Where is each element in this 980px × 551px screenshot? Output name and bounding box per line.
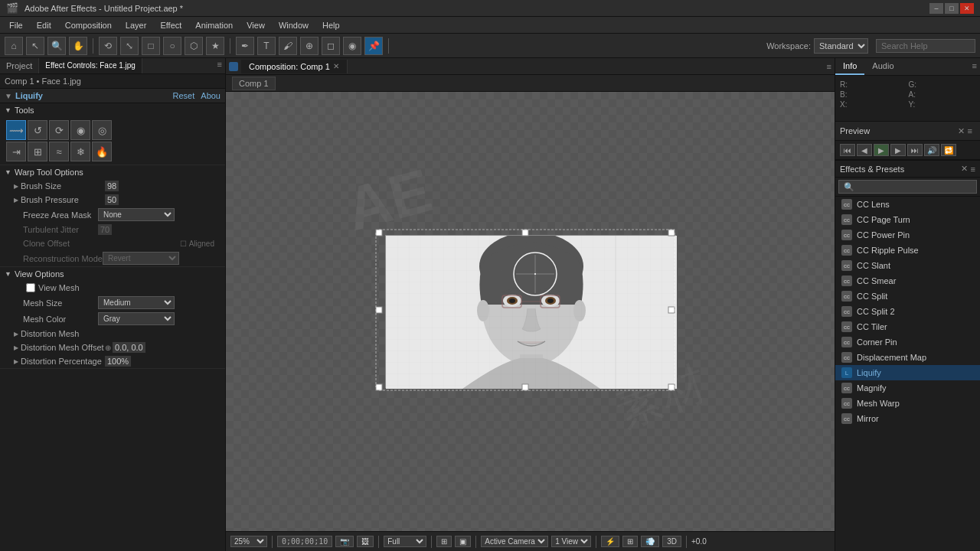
menu-effect[interactable]: Effect: [154, 19, 188, 31]
menu-composition[interactable]: Composition: [59, 19, 118, 31]
snapshot-btn[interactable]: 📷: [335, 536, 354, 547]
effects-search-input[interactable]: [838, 180, 977, 194]
preview-audio[interactable]: 🔊: [924, 144, 939, 156]
show-snapshot-btn[interactable]: 🖼: [357, 536, 374, 547]
brush-pressure-triangle[interactable]: ▶: [14, 197, 18, 204]
menu-layer[interactable]: Layer: [119, 19, 153, 31]
preview-skip-start[interactable]: ⏮: [840, 144, 855, 156]
scale-tool[interactable]: ⤡: [120, 37, 139, 55]
home-tool[interactable]: ⌂: [5, 37, 23, 55]
comp-breadcrumb-label[interactable]: Comp 1: [232, 77, 276, 90]
effect-item-cc-tiler[interactable]: ccCC Tiler: [835, 319, 980, 334]
tab-effect-controls[interactable]: Effect Controls: Face 1.jpg: [39, 58, 142, 73]
tab-project[interactable]: Project: [0, 58, 39, 73]
effect-item-cc-lens[interactable]: ccCC Lens: [835, 197, 980, 212]
puppet-tool[interactable]: 📌: [364, 37, 383, 55]
brush-tool[interactable]: 🖌: [279, 37, 297, 55]
rotate-tool[interactable]: ⟲: [99, 37, 117, 55]
twirl-tool-icon[interactable]: ⟳: [49, 120, 69, 140]
reset-button[interactable]: Reset: [173, 91, 195, 100]
warp-tool-icon[interactable]: ⟿: [6, 120, 26, 140]
preview-step-forward[interactable]: ▶: [890, 144, 906, 156]
preview-close[interactable]: ✕: [958, 126, 965, 136]
effect-item-displacement-map[interactable]: ccDisplacement Map: [835, 350, 980, 365]
bloat-tool-icon[interactable]: ◎: [92, 120, 112, 140]
clone-tool[interactable]: ⊕: [300, 37, 318, 55]
menu-help[interactable]: Help: [316, 19, 346, 31]
menu-window[interactable]: Window: [273, 19, 315, 31]
effect-item-cc-split[interactable]: ccCC Split: [835, 289, 980, 304]
about-button[interactable]: Abou: [201, 91, 220, 100]
pointer-tool[interactable]: ↖: [26, 37, 44, 55]
effect-item-cc-smear[interactable]: ccCC Smear: [835, 273, 980, 289]
eraser-tool[interactable]: ◻: [322, 37, 340, 55]
ellipse-tool[interactable]: ○: [163, 37, 181, 55]
thaw-tool-icon[interactable]: 🔥: [92, 142, 112, 161]
menu-edit[interactable]: Edit: [31, 19, 57, 31]
fast-preview-btn[interactable]: ⚡: [601, 536, 619, 547]
grid-btn[interactable]: ⊞: [622, 536, 638, 547]
comp-panel-menu[interactable]: ≡: [824, 60, 835, 73]
tab-audio[interactable]: Audio: [864, 58, 901, 75]
mesh-color-select[interactable]: GrayWhiteBlack: [98, 312, 175, 325]
distortion-offset-value[interactable]: 0.0, 0.0: [113, 342, 145, 353]
brush-size-triangle[interactable]: ▶: [14, 183, 18, 190]
star-tool[interactable]: ★: [206, 37, 224, 55]
zoom-tool[interactable]: 🔍: [47, 37, 66, 55]
preview-menu[interactable]: ≡: [965, 125, 975, 137]
comp-tab-close[interactable]: ✕: [333, 62, 339, 70]
camera-select[interactable]: Active Camera: [481, 536, 548, 547]
draft-3d-btn[interactable]: 3D: [662, 536, 681, 547]
effect-expand-triangle[interactable]: ▼: [5, 92, 12, 100]
brush-size-value[interactable]: 98: [105, 181, 119, 191]
rect-tool[interactable]: □: [142, 37, 160, 55]
view-select[interactable]: 1 View: [551, 536, 591, 547]
zoom-select[interactable]: 25%50%100%: [230, 536, 267, 547]
pucker-tool-icon[interactable]: ◉: [70, 120, 90, 140]
turbulence-tool-icon[interactable]: ≈: [49, 142, 69, 161]
effects-panel-menu[interactable]: ≡: [971, 165, 975, 174]
motion-blur-btn[interactable]: 💨: [641, 536, 659, 547]
preview-play[interactable]: ▶: [874, 144, 889, 156]
roto-tool[interactable]: ◉: [343, 37, 361, 55]
menu-view[interactable]: View: [240, 19, 271, 31]
effect-item-liquify[interactable]: LLiquify: [835, 365, 980, 380]
distortion-mesh-triangle[interactable]: ▶: [14, 331, 18, 337]
mesh-size-select[interactable]: MediumSmallLarge: [98, 296, 175, 309]
search-help-input[interactable]: [876, 39, 975, 53]
comp-tab-comp1[interactable]: Composition: Comp 1 ✕: [241, 60, 348, 73]
freeze-tool-icon[interactable]: ❄: [70, 142, 90, 161]
text-tool[interactable]: T: [257, 37, 276, 55]
distortion-pct-triangle[interactable]: ▶: [14, 358, 18, 365]
shift-tool-icon[interactable]: ⇥: [6, 142, 26, 161]
freeze-mask-select[interactable]: NoneMask 1: [98, 208, 175, 221]
effect-item-mirror[interactable]: ccMirror: [835, 411, 980, 426]
brush-pressure-value[interactable]: 50: [105, 194, 119, 205]
preview-step-back[interactable]: ◀: [857, 144, 872, 156]
pan-tool[interactable]: ✋: [69, 37, 87, 55]
reconstruction-select[interactable]: Revert: [103, 252, 179, 265]
tab-info[interactable]: Info: [835, 58, 864, 75]
roi-btn[interactable]: ⊞: [436, 536, 452, 547]
preview-skip-end[interactable]: ⏭: [907, 144, 923, 156]
effect-item-cc-page-turn[interactable]: ccCC Page Turn: [835, 212, 980, 227]
right-panel-menu[interactable]: ≡: [969, 58, 980, 75]
workspace-select[interactable]: Standard: [814, 38, 868, 54]
effect-item-magnify[interactable]: ccMagnify: [835, 380, 980, 396]
distortion-offset-triangle[interactable]: ▶: [14, 344, 18, 351]
time-display-btn[interactable]: 0;00;00;10: [277, 536, 332, 547]
tools-header[interactable]: ▼ Tools: [0, 103, 225, 117]
effect-item-cc-split-2[interactable]: ccCC Split 2: [835, 304, 980, 319]
effect-item-mesh-warp[interactable]: ccMesh Warp: [835, 396, 980, 411]
turbulent-value[interactable]: 70: [98, 224, 112, 235]
effect-item-cc-slant[interactable]: ccCC Slant: [835, 258, 980, 273]
warp-options-header[interactable]: ▼ Warp Tool Options: [0, 165, 225, 179]
view-options-header[interactable]: ▼ View Options: [0, 267, 225, 281]
reconstruct-tool-icon[interactable]: ↺: [28, 120, 47, 140]
effects-menu-btn[interactable]: ✕: [961, 164, 968, 174]
preview-loop[interactable]: 🔁: [941, 144, 956, 156]
poly-tool[interactable]: ⬡: [185, 37, 203, 55]
maximize-button[interactable]: □: [945, 3, 959, 14]
view-mesh-checkbox[interactable]: [26, 283, 35, 292]
aligned-checkbox[interactable]: ☐ Aligned: [180, 240, 214, 248]
